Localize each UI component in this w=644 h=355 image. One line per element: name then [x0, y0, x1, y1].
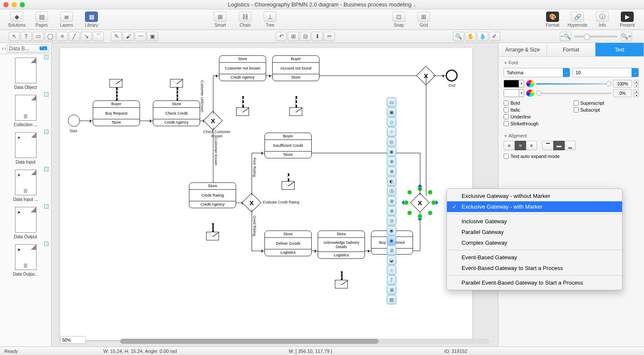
italic-checkbox[interactable]: Italic — [504, 107, 569, 112]
shape-item[interactable]: ◇|||Collection ... — [0, 91, 51, 129]
connector[interactable] — [312, 153, 420, 153]
ellipse-tool[interactable]: ◯ — [45, 32, 56, 41]
choreography-buy-request[interactable]: Buyer Buy Request Store — [93, 100, 140, 126]
library-button[interactable]: ▦Library — [79, 12, 104, 27]
connector[interactable] — [213, 76, 213, 114]
bg-color-swatch[interactable]: ▾ — [504, 89, 524, 97]
connector[interactable] — [80, 121, 93, 121]
palette-item[interactable]: ◉ — [387, 147, 396, 156]
stamp-tool[interactable]: ▣ — [147, 32, 158, 41]
palette-item[interactable]: ◐ — [387, 176, 396, 186]
connector[interactable] — [426, 76, 426, 196]
bring-front-button[interactable]: ✂ — [324, 32, 335, 41]
group-button[interactable]: ⊞ — [288, 32, 299, 41]
pointer-tool[interactable]: ↖ — [9, 32, 20, 41]
bezier-tool[interactable]: 〰 — [135, 32, 146, 41]
palette-item[interactable]: ▣ — [387, 107, 396, 117]
menu-item-event-based[interactable]: Event-Based Gateway — [447, 252, 622, 263]
zoom-in-button[interactable]: 🔍+ — [621, 32, 632, 41]
shape-item[interactable]: ◇➤Data Input — [0, 129, 51, 166]
nav-fwd-button[interactable]: › — [4, 46, 6, 52]
palette-item[interactable]: ⤴ — [387, 275, 396, 285]
palette-item-selected[interactable]: ◉ — [387, 236, 396, 245]
connector[interactable] — [140, 121, 153, 121]
menu-item-parallel[interactable]: Parallel Gateway — [447, 227, 622, 237]
pen-tool[interactable]: ✎ — [111, 32, 122, 41]
fullscreen-window-button[interactable] — [20, 2, 25, 7]
ungroup-button[interactable]: ⊟ — [300, 32, 311, 41]
palette-item[interactable]: ⊚ — [387, 206, 396, 215]
grid-button[interactable]: ⊞Grid — [411, 12, 436, 27]
solutions-button[interactable]: ◆Solutions — [4, 12, 29, 27]
align-top-button[interactable]: ▔ — [542, 141, 553, 150]
window-title[interactable]: Logistics - Choreography BPMN 2.0 diagra… — [228, 1, 416, 8]
snap-button[interactable]: ⊡Snap — [386, 12, 411, 27]
connector[interactable] — [252, 209, 252, 251]
connector[interactable] — [312, 251, 318, 251]
menu-item-event-based-start[interactable]: Event-Based Gateway to Start a Process — [447, 263, 622, 273]
superscript-checkbox[interactable]: Superscript — [574, 100, 639, 106]
shape-item[interactable]: ◇➤|||Data Input ... — [0, 166, 51, 203]
brush-tool[interactable]: 🖌 — [123, 32, 134, 41]
palette-item[interactable]: ⊞ — [387, 285, 396, 294]
menu-item-parallel-event-based-start[interactable]: Parallel Event-Based Gateway to Start a … — [447, 277, 622, 288]
strike-checkbox[interactable]: Strikethrough — [504, 121, 569, 126]
palette-item[interactable]: ◉ — [387, 226, 396, 235]
bg-opacity-slider[interactable] — [536, 93, 611, 94]
tab-format[interactable]: Format — [547, 43, 595, 56]
minimize-window-button[interactable] — [12, 2, 17, 7]
palette-item[interactable]: ▥ — [387, 295, 396, 304]
palette-item[interactable]: ⊗ — [387, 167, 396, 176]
palette-item[interactable]: ○ — [387, 265, 396, 275]
smart-button[interactable]: ⊞Smart — [208, 12, 233, 27]
palette-item[interactable]: ○ — [387, 127, 396, 137]
tree-button[interactable]: ⊥Tree — [258, 12, 283, 27]
hypernote-button[interactable]: 🔗Hypernote — [565, 12, 590, 27]
menu-item-complex[interactable]: Complex Gateway — [447, 237, 622, 248]
connector[interactable] — [433, 76, 446, 76]
palette-item[interactable]: ▭ — [387, 97, 396, 107]
tab-text[interactable]: Text — [595, 43, 644, 56]
stepper[interactable]: ▴▾ — [634, 89, 639, 97]
send-back-button[interactable]: ⬇ — [312, 32, 323, 41]
connector[interactable] — [213, 76, 219, 76]
line-tool[interactable]: ╱ — [69, 32, 80, 41]
choreography-cust-not-known[interactable]: Store Customer not known Credit Agency — [219, 55, 266, 81]
menu-item-exclusive-marker[interactable]: Exclusive Gateway - with Marker — [447, 201, 622, 212]
info-button[interactable]: ⓘInfo — [590, 12, 615, 27]
eyedropper-tool[interactable]: 💧 — [477, 32, 488, 41]
connector-tool[interactable]: ↘ — [81, 32, 92, 41]
connector[interactable] — [420, 153, 420, 196]
connector[interactable] — [252, 251, 264, 251]
choreography-acct-not-found[interactable]: Buyer Account not found Store — [272, 55, 319, 81]
chain-button[interactable]: ⛓Chain — [233, 12, 258, 27]
stepper[interactable]: ▴▾ — [634, 80, 639, 88]
pages-button[interactable]: ▤Pages — [29, 12, 54, 27]
zoom-out-button[interactable]: −🔍 — [560, 32, 571, 41]
connector[interactable] — [365, 251, 371, 251]
list-tool[interactable]: ≡ — [57, 32, 68, 41]
choreography-insufficient[interactable]: Buyer Insufficient Credit Store — [264, 133, 312, 158]
zoom-slider[interactable] — [574, 36, 617, 37]
font-section-header[interactable]: Font — [504, 60, 639, 65]
start-event[interactable] — [68, 115, 80, 127]
connector[interactable] — [319, 76, 426, 76]
choreography-credit-rating[interactable]: Store Credit Rating Credit Agency — [189, 182, 236, 208]
font-size-select[interactable]: 10⌄ — [573, 68, 639, 77]
picker-tool[interactable]: ✐ — [489, 32, 500, 41]
align-right-button[interactable]: ≡ — [526, 141, 537, 150]
undo-button[interactable]: ↶ — [276, 32, 287, 41]
connector[interactable] — [252, 153, 264, 153]
close-window-button[interactable] — [3, 2, 9, 7]
palette-item[interactable]: ⊛ — [387, 196, 396, 206]
text-tool[interactable]: T — [21, 32, 32, 41]
connector[interactable] — [266, 76, 272, 76]
choreography-check-credit[interactable]: Store Check Credit Credit Agency — [153, 100, 200, 126]
tab-arrange[interactable]: Arrange & Size — [498, 43, 547, 56]
align-bottom-button[interactable]: ▁ — [565, 141, 576, 150]
connector[interactable] — [413, 251, 420, 251]
choreography-ack[interactable]: Store Acknowledge Delivery Details Logis… — [318, 231, 365, 259]
subscript-checkbox[interactable]: Subscript — [574, 107, 639, 112]
palette-item[interactable]: ⊙ — [387, 216, 396, 225]
zoom-tool[interactable]: 🔍 — [453, 32, 464, 41]
